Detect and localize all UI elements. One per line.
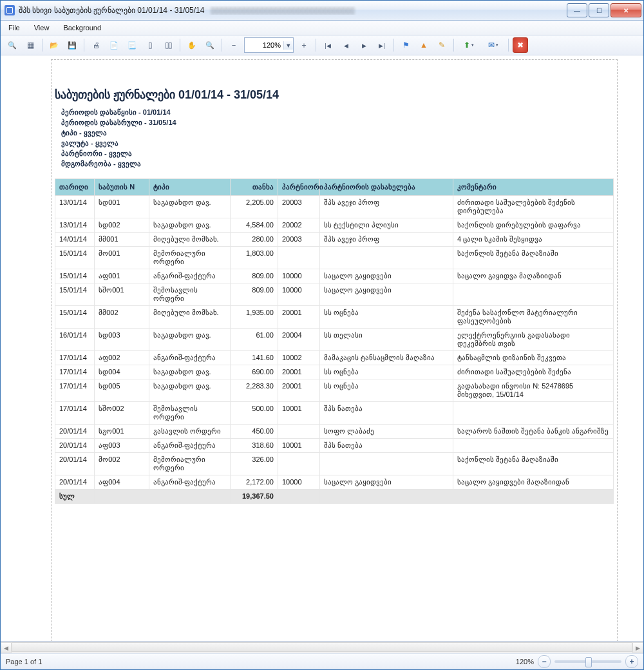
open-icon <box>50 41 59 49</box>
zoom-slider-thumb[interactable] <box>585 657 592 667</box>
cell-comment: 4 ცალი სკამის შესყიდვა <box>453 233 614 247</box>
cell-comment <box>453 402 614 425</box>
cell-amount: 141.60 <box>231 351 278 365</box>
col-amount: თანხა <box>231 179 278 196</box>
col-type: ტიპი <box>149 179 231 196</box>
scroll-left-button[interactable]: ◀ <box>1 642 12 653</box>
cell-doc: მო002 <box>95 453 149 475</box>
table-total-row: სულ19,367.50 <box>55 490 614 504</box>
zoom-out-button[interactable] <box>226 37 242 53</box>
cell-pname: საცალო გაყიდვები <box>320 269 453 283</box>
save-icon <box>68 41 77 49</box>
table-row: 13/01/14სდ001საგადახდო დავ.2,205.0020003… <box>55 196 614 218</box>
zoom-in-button[interactable] <box>296 37 312 53</box>
zoom-out-status-button[interactable]: − <box>538 655 551 668</box>
save-button[interactable] <box>64 37 80 53</box>
zoom-in-status-button[interactable]: + <box>625 655 638 668</box>
cell-doc: აფ001 <box>95 269 149 283</box>
print-button[interactable] <box>88 37 104 53</box>
separator <box>453 39 454 52</box>
hand-tool-button[interactable] <box>184 37 200 53</box>
cell-type: მემორიალური ორდერი <box>149 453 231 475</box>
col-date: თარიღი <box>55 179 95 196</box>
report-table: თარიღისაბუთის Nტიპითანხაპარტნიორიპარტნიო… <box>55 178 614 504</box>
col-partner-name: პარტნიორის დასახელება <box>320 179 453 196</box>
table-row: 15/01/14მმ002მიღებული მომსახ.1,935.00200… <box>55 306 614 329</box>
thumbnails-icon <box>27 41 34 49</box>
open-button[interactable] <box>46 37 62 53</box>
cell-partner: 10002 <box>278 351 319 365</box>
cell-comment <box>453 283 614 306</box>
zoom-dropdown[interactable]: ▾ <box>283 41 293 50</box>
magnifier-button[interactable] <box>202 37 218 53</box>
page-setup-button[interactable] <box>124 37 140 53</box>
cell-pname: საცალო გაყიდვები <box>320 283 453 306</box>
menu-background[interactable]: Background <box>61 23 104 33</box>
color-button[interactable] <box>416 37 431 53</box>
cell-partner <box>278 425 319 439</box>
app-icon <box>5 5 15 15</box>
cell-amount: 318.60 <box>231 439 278 453</box>
cell-comment: საქონლის შეტანა მაღაზიაში <box>453 453 614 475</box>
cell-pname: სს ოცნება <box>320 306 453 329</box>
table-row: 17/01/14სშო002შემოსავლის ორდერი500.00100… <box>55 402 614 425</box>
cell-pname: სოფო ლაბაძე <box>320 425 453 439</box>
cell-type: ანგარიშ-ფაქტურა <box>149 351 231 365</box>
report-meta-row: მდგომარეობა - ყველა <box>61 160 618 168</box>
thumbnails-button[interactable] <box>23 37 38 53</box>
chevron-down-icon: ▾ <box>471 43 474 48</box>
cell-amount: 4,584.00 <box>231 218 278 233</box>
hand-icon <box>187 41 196 49</box>
maximize-button[interactable]: ☐ <box>589 3 609 17</box>
bookmark-button[interactable] <box>398 37 413 53</box>
cell-amount: 2,172.00 <box>231 475 278 490</box>
separator <box>508 39 509 52</box>
separator <box>84 39 84 52</box>
multi-page-button[interactable] <box>160 37 176 53</box>
zoom-slider[interactable] <box>554 660 621 663</box>
next-page-button[interactable] <box>356 37 372 53</box>
horizontal-scrollbar[interactable]: ◀ ▶ <box>1 642 643 653</box>
prev-page-button[interactable] <box>338 37 354 53</box>
zoom-combo[interactable]: ▾ <box>244 37 294 53</box>
scroll-right-button[interactable]: ▶ <box>632 642 643 653</box>
minimize-button[interactable]: — <box>567 3 587 17</box>
edit-button[interactable] <box>434 37 450 53</box>
close-report-button[interactable] <box>513 37 528 53</box>
export-button[interactable]: ▾ <box>458 37 480 53</box>
cell-partner: 20003 <box>278 196 319 218</box>
find-button[interactable] <box>5 37 20 53</box>
titlebar[interactable]: შპს სხივი საბუთების ჟურნალები 01/01/14 -… <box>1 1 643 21</box>
cell-partner: 10000 <box>278 475 319 490</box>
cell-type: შემოსავლის ორდერი <box>149 283 231 306</box>
menu-view[interactable]: View <box>32 23 52 33</box>
cell-comment: საქონლის შეტანა მაღაზიაში <box>453 247 614 269</box>
col-doc: საბუთის N <box>95 179 149 196</box>
cell-amount: 280.00 <box>231 233 278 247</box>
cell-doc: მმ001 <box>95 233 149 247</box>
first-page-button[interactable] <box>320 37 336 53</box>
cell-doc: მმ002 <box>95 306 149 329</box>
quick-print-button[interactable] <box>106 37 122 53</box>
cell-partner: 10000 <box>278 269 319 283</box>
scroll-thumb[interactable] <box>12 642 632 652</box>
menu-file[interactable]: File <box>6 23 23 33</box>
table-row: 15/01/14აფ001ანგარიშ-ფაქტურა809.0010000ს… <box>55 269 614 283</box>
scroll-track[interactable] <box>12 642 632 653</box>
zoom-input[interactable] <box>245 39 283 51</box>
cell-comment: საცალო გაყიდვები მაღაზიიდან <box>453 475 614 490</box>
report-meta-row: პერიოდის დასაწყისი - 01/01/14 <box>61 108 618 117</box>
last-page-button[interactable] <box>374 37 390 53</box>
single-page-button[interactable] <box>142 37 158 53</box>
report-viewer[interactable]: საბუთების ჟურნალები 01/01/14 - 31/05/14 … <box>1 55 643 642</box>
cell-date: 15/01/14 <box>55 269 95 283</box>
cell-pname: სს ოცნება <box>320 365 453 379</box>
separator <box>42 39 43 52</box>
cell-date: 13/01/14 <box>55 218 95 233</box>
cell-date: 20/01/14 <box>55 425 95 439</box>
close-button[interactable]: ✕ <box>611 3 641 17</box>
email-button[interactable]: ▾ <box>482 37 504 53</box>
cell-type: გასავლის ორდერი <box>149 425 231 439</box>
cell-comment: ელექტროენერგიის გადასახადი დეკემბრის თვი… <box>453 329 614 351</box>
export-icon <box>464 41 470 49</box>
